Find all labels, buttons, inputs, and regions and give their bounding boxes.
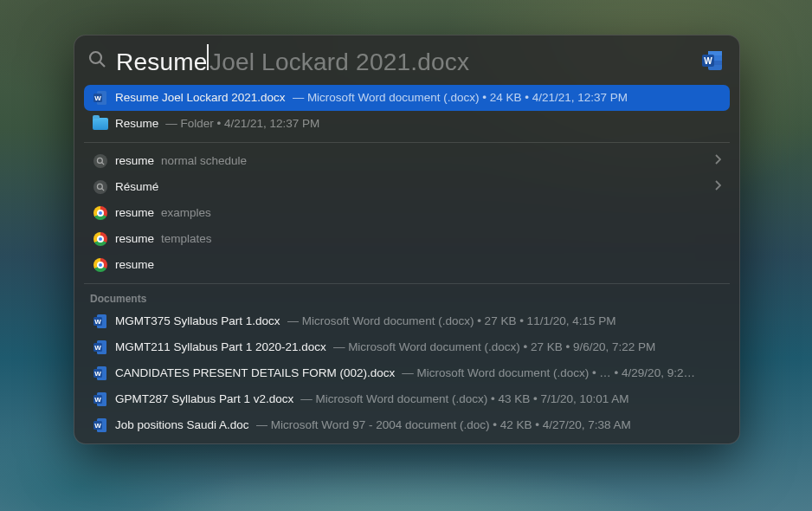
- search-icon: [87, 49, 107, 73]
- result-meta: — Microsoft Word 97 - 2004 document (.do…: [256, 417, 631, 433]
- documents-section-label: Documents: [74, 289, 739, 308]
- svg-line-1: [100, 61, 106, 67]
- web-suggestion[interactable]: resume examples: [84, 200, 730, 226]
- spotlight-window: Resume Joel Lockard 2021.docx W WResume …: [74, 35, 740, 444]
- divider: [84, 142, 730, 143]
- chrome-icon: [93, 231, 108, 247]
- web-suggestion[interactable]: Résumé: [84, 174, 730, 200]
- result-meta: — Microsoft Word document (.docx) • … • …: [402, 365, 695, 381]
- word-doc-icon: W: [93, 340, 108, 355]
- svg-text:W: W: [704, 56, 712, 66]
- suggestion-rest: examples: [161, 205, 211, 221]
- document-result[interactable]: WJob positions Saudi A.doc — Microsoft W…: [84, 412, 730, 438]
- top-hit-result[interactable]: Resume — Folder • 4/21/21, 12:37 PM: [84, 111, 730, 137]
- svg-line-12: [102, 163, 105, 165]
- result-title: CANDIDATES PRESENT DETAILS FORM (002).do…: [115, 365, 395, 381]
- chevron-right-icon: [714, 179, 721, 195]
- search-row: Resume Joel Lockard 2021.docx W: [74, 36, 739, 85]
- document-result[interactable]: WGPMT287 Syllabus Part 1 v2.docx — Micro…: [84, 386, 730, 412]
- chrome-icon: [93, 205, 108, 221]
- result-meta: — Microsoft Word document (.docx) • 27 K…: [287, 314, 616, 329]
- svg-text:W: W: [94, 344, 101, 352]
- web-suggestion[interactable]: resume: [84, 252, 730, 278]
- result-title: Resume: [115, 116, 158, 132]
- result-title: Job positions Saudi A.doc: [115, 417, 249, 433]
- suggestions-section: resume normal scheduleRésuméresume examp…: [74, 148, 739, 278]
- result-title: MGMT375 Syllabus Part 1.docx: [115, 314, 280, 329]
- word-doc-icon: W: [93, 417, 108, 433]
- svg-point-11: [97, 158, 102, 163]
- text-cursor: [207, 44, 209, 70]
- result-title: Resume Joel Lockard 2021.docx: [115, 90, 286, 106]
- word-doc-icon: W: [93, 391, 108, 407]
- svg-point-13: [97, 184, 102, 189]
- suggestion-rest: templates: [161, 231, 212, 247]
- word-app-icon: W: [699, 48, 725, 74]
- svg-text:W: W: [94, 370, 101, 378]
- document-result[interactable]: WMGMT375 Syllabus Part 1.docx — Microsof…: [84, 308, 730, 334]
- result-meta: — Microsoft Word document (.docx) • 24 K…: [293, 90, 628, 106]
- suggestion-match: resume: [115, 231, 154, 247]
- divider: [84, 283, 730, 284]
- result-meta: — Microsoft Word document (.docx) • 43 K…: [300, 391, 628, 407]
- word-doc-icon: W: [93, 90, 108, 106]
- top-hit-result[interactable]: WResume Joel Lockard 2021.docx — Microso…: [84, 85, 730, 111]
- document-result[interactable]: WCANDIDATES PRESENT DETAILS FORM (002).d…: [84, 360, 730, 386]
- word-doc-icon: W: [93, 365, 108, 381]
- documents-section: WMGMT375 Syllabus Part 1.docx — Microsof…: [74, 308, 739, 438]
- suggestion-icon: [93, 179, 108, 195]
- result-title: MGMT211 Syllabus Part 1 2020-21.docx: [115, 340, 326, 355]
- top-hits-section: WResume Joel Lockard 2021.docx — Microso…: [74, 85, 739, 137]
- svg-text:W: W: [94, 318, 101, 326]
- chrome-icon: [93, 257, 108, 273]
- suggestion-match: resume: [115, 257, 154, 273]
- web-suggestion[interactable]: resume normal schedule: [84, 148, 730, 174]
- search-input[interactable]: Resume Joel Lockard 2021.docx: [116, 44, 691, 76]
- svg-line-14: [102, 189, 105, 191]
- word-doc-icon: W: [93, 314, 108, 329]
- result-meta: — Microsoft Word document (.docx) • 27 K…: [333, 340, 655, 355]
- result-meta: — Folder • 4/21/21, 12:37 PM: [165, 116, 319, 132]
- web-suggestion[interactable]: resume templates: [84, 226, 730, 252]
- svg-text:W: W: [94, 422, 101, 430]
- search-typed-text: Resume: [116, 49, 207, 76]
- svg-point-0: [90, 52, 101, 63]
- suggestion-match: resume: [115, 153, 154, 169]
- chevron-right-icon: [714, 153, 721, 169]
- search-completion-text: Joel Lockard 2021.docx: [209, 49, 469, 76]
- document-result[interactable]: WMGMT211 Syllabus Part 1 2020-21.docx — …: [84, 334, 730, 360]
- suggestion-match: Résumé: [115, 179, 158, 195]
- folder-icon: [93, 116, 108, 132]
- svg-text:W: W: [94, 396, 101, 404]
- suggestion-rest: normal schedule: [161, 153, 247, 169]
- result-title: GPMT287 Syllabus Part 1 v2.docx: [115, 391, 293, 407]
- svg-text:W: W: [94, 94, 101, 102]
- suggestion-icon: [93, 153, 108, 169]
- suggestion-match: resume: [115, 205, 154, 221]
